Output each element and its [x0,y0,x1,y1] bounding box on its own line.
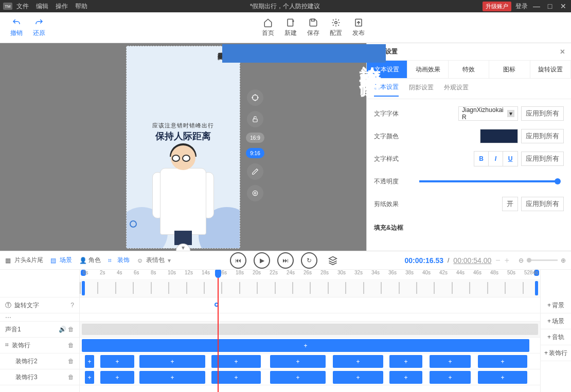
keyframe-track[interactable] [80,297,540,313]
clip[interactable]: + [478,355,527,368]
rail-ratio-16-9[interactable]: 16:9 [246,133,264,143]
underline-button[interactable]: U [503,152,518,166]
prev-button[interactable]: ⏮ [230,252,246,269]
subtab-appearance[interactable]: 外观设置 [444,83,469,96]
font-select[interactable]: JiagnXizhuokai R▾ [458,106,518,121]
audio-track[interactable] [80,322,540,338]
clip[interactable]: + [270,371,326,384]
apply-color-button[interactable]: 应用到所有 [521,129,564,143]
plus-icon[interactable]: + [87,374,91,381]
clip[interactable]: + [100,371,134,384]
clip[interactable]: + [85,355,94,368]
canvas-headline[interactable]: 保持人际距离 [127,130,240,142]
clip[interactable]: + [139,355,205,368]
tl-tab-scene[interactable]: ▤场景 [50,256,72,265]
play-button[interactable]: ▶ [254,252,270,269]
track-deco-1[interactable]: ⌗装饰行 🗑 [0,338,79,353]
rail-target-button[interactable] [247,89,263,106]
plus-icon[interactable]: + [448,374,452,381]
spine-end[interactable] [535,281,538,295]
plus-icon[interactable]: + [115,358,119,365]
plus-icon[interactable]: + [304,342,307,349]
menu-action[interactable]: 操作 [56,2,68,11]
upgrade-button[interactable]: 升级账户 [483,2,511,11]
new-button[interactable]: 新建 [284,18,297,38]
zoom-out-button[interactable]: ⊖ [519,257,524,264]
plus-icon[interactable]: + [296,358,299,365]
plus-icon[interactable]: + [87,358,91,365]
color-swatch[interactable] [480,129,518,143]
rail-lock-button[interactable] [247,111,263,127]
tab-rotate[interactable]: 旋转设置 [530,61,571,78]
undo-button[interactable]: 撤销 [10,18,23,38]
plus-icon[interactable]: + [170,358,174,365]
menu-edit[interactable]: 编辑 [36,2,48,11]
plus-icon[interactable]: + [448,358,452,365]
tab-icon[interactable]: 图标 [489,61,530,78]
delete-icon[interactable]: 🗑 [68,342,74,349]
total-time[interactable]: 00:00:54.00 [453,256,491,265]
time-minus[interactable]: − [495,256,500,265]
clip[interactable]: + [389,371,422,384]
time-ruler[interactable]: 0s2s4s6s8s10s12s14s16s18s20s22s24s26s28s… [80,270,540,279]
add-deco-button[interactable]: +装饰行 [541,345,571,361]
track-deco-3[interactable]: 装饰行3 🗑 [0,369,79,385]
menu-file[interactable]: 文件 [16,2,29,11]
playhead[interactable] [218,270,219,392]
delete-icon[interactable]: 🗑 [68,358,74,365]
tl-tab-decoration[interactable]: ⌗装饰 [108,256,130,265]
clip[interactable]: + [85,371,94,384]
rail-edit-button[interactable] [247,163,263,180]
scene-spine[interactable] [80,279,540,297]
add-scene-button[interactable]: +场景 [541,313,571,329]
volume-icon[interactable]: 🔊 [59,326,66,333]
apply-style-button[interactable]: 应用到所有 [521,152,564,166]
clip[interactable]: + [430,355,471,368]
clip[interactable]: + [430,371,471,384]
save-button[interactable]: 保存 [307,18,319,38]
tab-text[interactable]: 文本设置 [367,61,407,78]
properties-close-button[interactable]: × [560,47,565,57]
track-deco-2[interactable]: 装饰行2 🗑 [0,353,79,369]
rail-ratio-9-16[interactable]: 9:16 [246,148,264,158]
apply-font-button[interactable]: 应用到所有 [521,106,564,121]
plus-icon[interactable]: + [234,374,238,381]
login-link[interactable]: 登录 [515,2,528,11]
clip[interactable]: + [211,355,261,368]
canvas-subtitle[interactable]: 应该注意错时错峰出行 [127,122,240,129]
italic-button[interactable]: I [489,152,503,166]
time-plus[interactable]: + [505,256,509,265]
deco-track-2[interactable]: +++++++++ [80,353,540,369]
canvas-area[interactable]: 以及当地防控政策 准备好防护 应该注意错时错峰出行 保持人际距离 乘坐公共交通工… [0,43,366,251]
tl-tab-headtail[interactable]: ▦片头&片尾 [5,256,43,265]
tl-tab-emoji[interactable]: ☺表情包▾ [137,256,171,265]
plus-icon[interactable]: + [356,374,360,381]
doctor-illustration[interactable] [152,142,214,245]
clip[interactable]: + [139,371,205,384]
tab-animation[interactable]: 动画效果 [407,61,448,78]
publish-button[interactable]: 发布 [352,18,365,38]
canvas-banner-text[interactable]: 旅途中防护 [222,44,386,63]
config-button[interactable]: 配置 [330,18,342,38]
track-sound[interactable]: 声音1 🔊 🗑 [0,322,79,338]
papercut-toggle[interactable]: 开 [502,197,518,211]
clip[interactable]: + [478,371,527,384]
canvas-frame[interactable]: 应该注意错时错峰出行 保持人际距离 乘坐公共交通工具时 [126,46,240,249]
clip[interactable]: + [389,355,422,368]
add-bg-button[interactable]: +背景 [541,297,571,313]
opacity-slider[interactable] [419,180,558,182]
clip[interactable]: + [82,339,529,352]
plus-icon[interactable]: + [170,374,174,381]
delete-icon[interactable]: 🗑 [68,326,74,333]
add-audio-button[interactable]: +音轨 [541,329,571,345]
plus-icon[interactable]: + [356,358,360,365]
subtab-shadow[interactable]: 阴影设置 [409,83,434,96]
tl-tab-role[interactable]: 👤角色 [79,256,101,265]
clip[interactable]: + [211,371,261,384]
maximize-button[interactable]: □ [545,2,555,10]
delete-icon[interactable]: 🗑 [68,374,74,381]
clip[interactable]: + [100,355,134,368]
plus-icon[interactable]: + [404,358,407,365]
next-button[interactable]: ⏭ [277,252,294,269]
rail-settings-button[interactable] [247,185,263,201]
